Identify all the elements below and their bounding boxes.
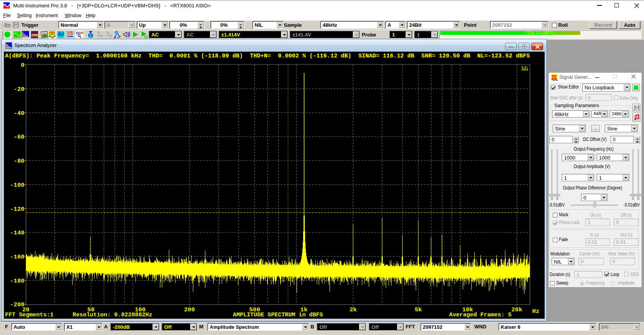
svg-text:5k: 5k	[415, 306, 422, 313]
svg-text:A: A	[100, 33, 103, 38]
svg-text:888: 888	[31, 33, 38, 38]
svg-text:-80: -80	[14, 158, 24, 165]
svg-text:-60: -60	[14, 134, 24, 141]
svg-text:-120: -120	[10, 206, 24, 213]
svg-text:-40: -40	[14, 110, 24, 117]
svg-text:Hz: Hz	[532, 308, 540, 315]
svg-text:Averaged Frames: 5: Averaged Frames: 5	[449, 312, 512, 318]
svg-text:FFT Segments:1: FFT Segments:1	[5, 312, 54, 318]
svg-text:B: B	[109, 33, 112, 38]
svg-text:-140: -140	[10, 229, 24, 236]
svg-text:-20: -20	[14, 86, 24, 93]
svg-text:2k: 2k	[349, 306, 357, 313]
svg-text:0: 0	[21, 62, 24, 69]
svg-text:DUT: DUT	[57, 33, 64, 36]
svg-text:-160: -160	[10, 253, 24, 260]
svg-text:DDP: DDP	[76, 31, 84, 35]
svg-text:Resolution: 0.0228882Hz: Resolution: 0.0228882Hz	[73, 312, 152, 318]
svg-text:200: 200	[184, 306, 195, 313]
svg-text:-100: -100	[10, 182, 24, 189]
svg-text:-180: -180	[10, 278, 24, 285]
svg-text:20k: 20k	[512, 306, 522, 313]
svg-text:AMPLITUDE SPECTRUM in dBFS: AMPLITUDE SPECTRUM in dBFS	[233, 312, 323, 318]
